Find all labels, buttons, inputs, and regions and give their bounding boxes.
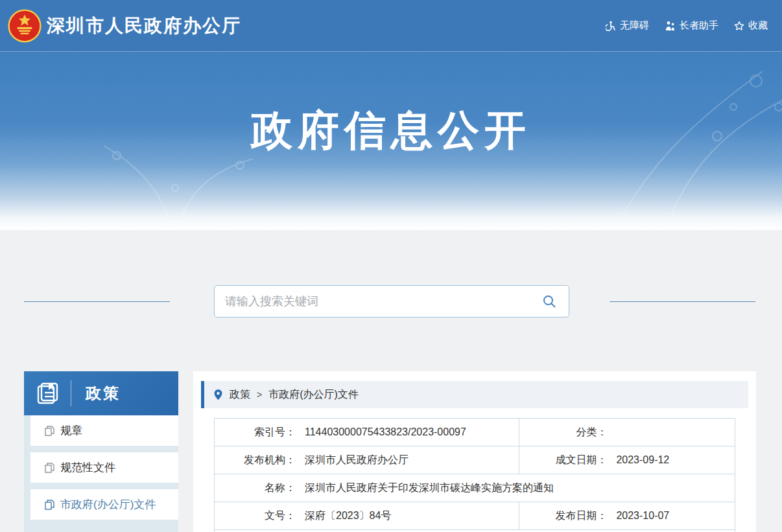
search-box	[214, 285, 569, 318]
left-divider-line	[24, 301, 170, 302]
table-row: 名称： 深圳市人民政府关于印发深圳市碳达峰实施方案的通知	[215, 474, 735, 502]
right-divider-line	[610, 301, 755, 302]
accessibility-link[interactable]: 无障碍	[606, 19, 649, 32]
main-panel: 政策 > 市政府(办公厅)文件 索引号： 114403000075433823/…	[193, 371, 756, 532]
document-meta-table: 索引号： 114403000075433823/2023-00097 分类： 发…	[214, 418, 735, 532]
doc-number-label: 文号：	[215, 509, 296, 523]
search-icon	[542, 294, 556, 308]
favorite-label: 收藏	[748, 19, 768, 32]
sidebar-item-municipal-documents[interactable]: 市政府(办公厅)文件	[30, 489, 178, 520]
date-published-value: 2023-10-07	[616, 510, 669, 522]
accessibility-label: 无障碍	[620, 19, 649, 32]
date-published-label: 发布日期：	[519, 509, 607, 523]
elder-assist-icon	[665, 21, 676, 31]
index-number-cell: 索引号： 114403000075433823/2023-00097	[215, 419, 519, 446]
sidebar-item-label: 市政府(办公厅)文件	[60, 497, 156, 512]
table-row: 文号： 深府〔2023〕84号 发布日期： 2023-10-07	[215, 502, 735, 529]
sidebar-header: 政策	[24, 371, 178, 415]
site-title: 深圳市人民政府办公厅	[47, 14, 241, 38]
table-row: 索引号： 114403000075433823/2023-00097 分类：	[215, 419, 735, 446]
document-icon	[45, 500, 54, 510]
accessibility-icon	[606, 21, 616, 31]
publisher-label: 发布机构：	[215, 454, 296, 467]
category-cell: 分类：	[519, 419, 735, 446]
policy-sidebar: 政策 规章 规范性文件 市政府(办公厅)文件	[24, 371, 178, 532]
top-header-bar: 深圳市人民政府办公厅 无障碍 长者助手 收藏	[0, 0, 782, 52]
content-area: 政策 规章 规范性文件 市政府(办公厅)文件	[0, 230, 782, 532]
document-name-cell: 名称： 深圳市人民政府关于印发深圳市碳达峰实施方案的通知	[215, 474, 735, 502]
sidebar-item-normative-documents[interactable]: 规范性文件	[30, 452, 178, 483]
sidebar-item-label: 规范性文件	[60, 460, 115, 475]
favorite-link[interactable]: 收藏	[734, 19, 768, 32]
index-number-value: 114403000075433823/2023-00097	[305, 426, 466, 438]
search-button[interactable]	[540, 292, 558, 310]
national-emblem-logo	[8, 9, 41, 43]
breadcrumb-current[interactable]: 市政府(办公厅)文件	[268, 388, 359, 402]
elder-assist-label: 长者助手	[680, 19, 718, 32]
sidebar-header-divider	[71, 380, 71, 406]
document-name-label: 名称：	[215, 481, 296, 495]
date-written-cell: 成文日期： 2023-09-12	[519, 446, 735, 474]
book-icon	[36, 381, 60, 406]
date-published-cell: 发布日期： 2023-10-07	[519, 502, 735, 529]
elder-assist-link[interactable]: 长者助手	[665, 19, 718, 32]
doc-number-value: 深府〔2023〕84号	[305, 509, 391, 523]
publisher-value: 深圳市人民政府办公厅	[305, 454, 409, 467]
index-number-label: 索引号：	[215, 426, 296, 439]
breadcrumb-root[interactable]: 政策	[230, 388, 250, 402]
breadcrumb-separator: >	[257, 389, 262, 400]
date-written-label: 成文日期：	[519, 454, 607, 467]
sidebar-header-title: 政策	[86, 383, 121, 404]
table-row-partial	[215, 529, 735, 532]
date-written-value: 2023-09-12	[616, 454, 669, 466]
document-name-value: 深圳市人民政府关于印发深圳市碳达峰实施方案的通知	[305, 481, 554, 495]
table-row: 发布机构： 深圳市人民政府办公厅 成文日期： 2023-09-12	[215, 446, 735, 474]
topbar-links: 无障碍 长者助手 收藏	[606, 19, 768, 32]
location-pin-icon	[213, 389, 223, 400]
page-banner: 政府信息公开	[0, 52, 782, 230]
document-icon	[45, 426, 54, 436]
banner-title: 政府信息公开	[0, 102, 782, 159]
breadcrumb: 政策 > 市政府(办公厅)文件	[201, 381, 748, 408]
sidebar-item-regulations[interactable]: 规章	[30, 415, 178, 446]
star-icon	[734, 21, 744, 31]
publisher-cell: 发布机构： 深圳市人民政府办公厅	[215, 446, 519, 474]
doc-number-cell: 文号： 深府〔2023〕84号	[215, 502, 519, 529]
search-input[interactable]	[225, 295, 540, 308]
document-icon	[45, 463, 54, 473]
category-label: 分类：	[519, 426, 607, 439]
sidebar-item-label: 规章	[60, 423, 82, 438]
